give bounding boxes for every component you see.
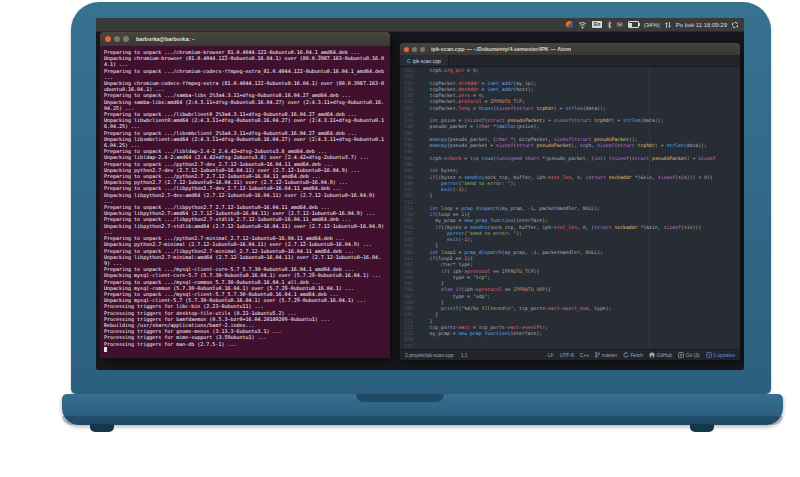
status-cursor-position[interactable]: 1:1: [461, 352, 468, 358]
github-icon: [649, 352, 655, 358]
terminal-output[interactable]: Preparing to unpack .../chromium-browser…: [100, 46, 390, 358]
maximize-button[interactable]: [123, 36, 129, 42]
terminal-line: Unpacking libldap-2.4-2:amd64 (2.4.42+df…: [104, 154, 386, 160]
line-number-gutter: 5315325335345355365375385395405415425435…: [400, 67, 416, 349]
mail-icon[interactable]: ✉: [617, 21, 623, 28]
status-git-button[interactable]: Git (3): [678, 352, 699, 358]
terminal-line: Unpacking samba-libs:amd64 (2:4.3.11+dfs…: [104, 99, 386, 111]
git-changes-icon: [678, 352, 684, 358]
status-fetch-button[interactable]: Fetch: [623, 352, 643, 358]
statusbar-right: LF UTF-8 C++ master: [548, 352, 735, 358]
git-branch-icon: [595, 352, 600, 358]
terminal-line: Unpacking libpython2.7-stdlib:amd64 (2.7…: [104, 223, 386, 235]
status-file-path[interactable]: 2.projekt/ipk-scan.cpp: [405, 352, 454, 358]
package-updates-icon: [706, 352, 712, 358]
terminal-line: Unpacking chromium-browser (81.0.4044.12…: [104, 55, 386, 67]
code-line: tcph->check = tcp_csum((unsigned short *…: [418, 156, 740, 162]
terminal-line: Unpacking libpython2.7-minimal:amd64 (2.…: [104, 254, 386, 266]
status-github-button[interactable]: GitHub: [649, 352, 672, 358]
laptop-foot-left: [90, 424, 114, 432]
battery-percentage[interactable]: (34%): [644, 22, 660, 28]
line-number: 575: [400, 344, 413, 349]
terminal-line: Preparing to unpack .../samba-libs_2%3a4…: [104, 92, 386, 98]
status-updates-button[interactable]: 3 updates: [706, 352, 735, 358]
close-button[interactable]: [404, 47, 409, 52]
terminal-line: Preparing to unpack .../libpython2.7-min…: [104, 248, 386, 254]
session-gear-icon[interactable]: [732, 22, 738, 28]
terminal-line: Unpacking chromium-codecs-ffmpeg-extra (…: [104, 80, 386, 92]
atom-window: ipk-scan.cpp — ~/Dokumenty/4.semester/IP…: [400, 43, 740, 360]
github-label: GitHub: [657, 352, 673, 358]
battery-icon[interactable]: [628, 21, 639, 28]
terminal-titlebar[interactable]: barborka@barborka: ~: [100, 32, 390, 46]
atom-statusbar: 2.projekt/ipk-scan.cpp 1:1 LF UTF-8 C++ …: [400, 349, 740, 360]
updates-label: 3 updates: [713, 352, 735, 358]
minimize-button[interactable]: [412, 47, 417, 52]
wifi-icon[interactable]: [578, 21, 587, 29]
terminal-line: Unpacking libpython2.7-dev:amd64 (2.7.12…: [104, 192, 386, 204]
atom-editor[interactable]: 5315325335345355365375385395405415425435…: [400, 67, 740, 349]
terminal-window-title: barborka@barborka: ~: [136, 36, 195, 42]
clock[interactable]: Po kvě 11 16:09:29: [676, 22, 727, 28]
terminal-line: Preparing to unpack .../chromium-codecs-…: [104, 68, 386, 80]
fetch-sync-icon: [623, 352, 629, 358]
battery-fill: [629, 23, 632, 27]
close-button[interactable]: [105, 36, 111, 42]
terminal-line: Preparing to unpack .../libsmbclient_2%3…: [104, 130, 386, 136]
atom-titlebar[interactable]: ipk-scan.cpp — ~/Dokumenty/4.semester/IP…: [400, 43, 740, 55]
terminal-line: Unpacking libsmbclient:amd64 (2:4.3.11+d…: [104, 136, 386, 148]
terminal-cursor: [104, 347, 107, 352]
laptop-screen: En ✉ (34%) Po kvě 11 16:09:29 barborka@b…: [96, 18, 744, 370]
network-arrows-icon[interactable]: [665, 21, 671, 29]
code-pane[interactable]: tcph.urg_ptr = 0; tcpPacket.srcAddr = in…: [416, 67, 740, 349]
minimize-button[interactable]: [114, 36, 120, 42]
app-indicator-icon[interactable]: [566, 21, 573, 28]
fetch-label: Fetch: [631, 352, 644, 358]
terminal-line: Preparing to unpack .../libpython2.7-std…: [104, 216, 386, 222]
status-line-ending[interactable]: LF: [548, 352, 554, 358]
terminal-line: Unpacking mysql-client-core-5.7 (5.7.30-…: [104, 272, 386, 278]
git-label: Git (3): [686, 352, 700, 358]
terminal-window: barborka@barborka: ~ Preparing to unpack…: [100, 32, 390, 358]
system-topbar: En ✉ (34%) Po kvě 11 16:09:29: [96, 18, 744, 32]
terminal-line: Unpacking libwbclient0:amd64 (2:4.3.11+d…: [104, 117, 386, 129]
terminal-line: Unpacking python2.7-minimal (2.7.12-1ubu…: [104, 241, 386, 247]
terminal-line: Unpacking mysql-common (5.7.30-0ubuntu0.…: [104, 285, 386, 291]
laptop-base-notch: [356, 394, 444, 402]
status-git-branch[interactable]: master: [595, 352, 617, 358]
code-line: [418, 344, 740, 349]
maximize-button[interactable]: [420, 47, 425, 52]
status-encoding[interactable]: UTF-8: [560, 352, 574, 358]
bluetooth-icon[interactable]: [607, 21, 612, 29]
terminal-prompt-line: [104, 347, 386, 353]
atom-tabbar: C ipk-scan.cpp: [400, 55, 740, 67]
tab-ipk-scan-cpp[interactable]: C ipk-scan.cpp: [400, 55, 449, 66]
tab-label: ipk-scan.cpp: [413, 58, 441, 64]
keyboard-layout-indicator[interactable]: En: [592, 21, 601, 28]
code-line: memcpy(pseudo_packet + sizeof(struct pse…: [418, 143, 740, 149]
cpp-file-icon: C: [407, 58, 411, 64]
battery-nub: [639, 23, 640, 26]
status-language[interactable]: C++: [580, 352, 589, 358]
branch-name: master: [602, 352, 617, 358]
atom-window-title: ipk-scan.cpp — ~/Dokumenty/4.semester/IP…: [431, 46, 571, 52]
laptop-foot-right: [690, 424, 714, 432]
